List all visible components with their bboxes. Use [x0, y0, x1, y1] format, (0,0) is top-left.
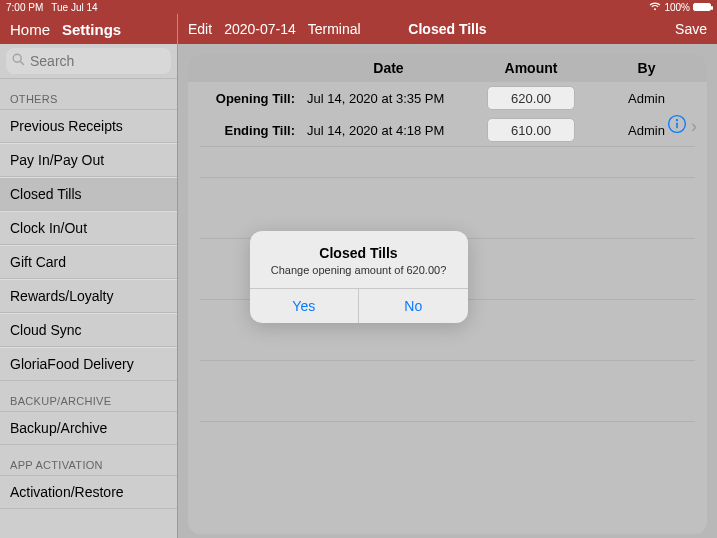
alert-no-button[interactable]: No: [358, 289, 468, 323]
alert-message: Change opening amount of 620.00?: [262, 264, 456, 276]
alert-dialog: Closed Tills Change opening amount of 62…: [250, 231, 468, 323]
app-root: 7:00 PM Tue Jul 14 100% Home Settings: [0, 0, 717, 538]
alert-title: Closed Tills: [262, 245, 456, 261]
alert-yes-button[interactable]: Yes: [250, 289, 359, 323]
alert-backdrop: Closed Tills Change opening amount of 62…: [0, 0, 717, 538]
